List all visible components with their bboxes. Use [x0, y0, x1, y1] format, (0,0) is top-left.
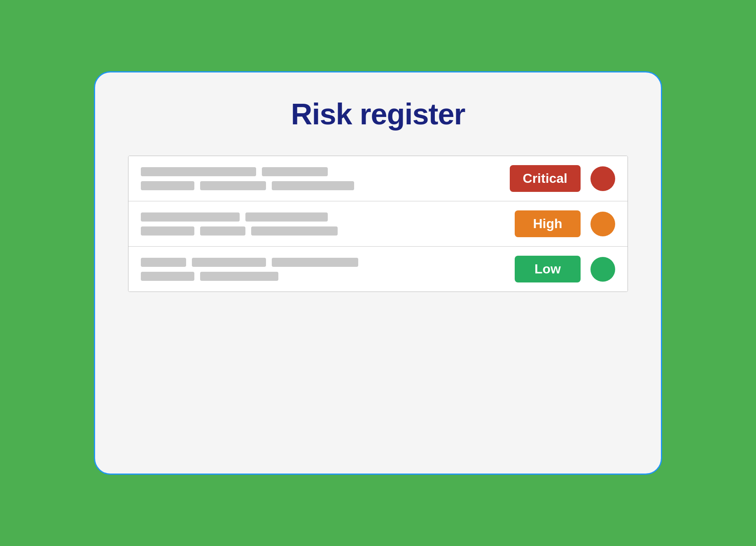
- text-placeholder: [141, 258, 186, 267]
- text-placeholder: [200, 272, 278, 281]
- severity-badge-critical[interactable]: Critical: [510, 165, 581, 192]
- status-dot-low: [590, 257, 615, 282]
- status-dot-high: [590, 212, 615, 236]
- register-row-low: Low: [128, 247, 628, 292]
- row-actions-high: High: [515, 210, 615, 237]
- register-table: Critical High: [128, 156, 628, 292]
- text-placeholder: [272, 181, 354, 190]
- row-content-critical: [141, 167, 502, 190]
- status-dot-critical: [590, 166, 615, 191]
- text-placeholder: [200, 181, 266, 190]
- text-blocks-line2: [141, 226, 506, 236]
- text-blocks-line1: [141, 167, 502, 176]
- text-placeholder: [200, 226, 245, 236]
- text-placeholder: [141, 212, 240, 222]
- severity-badge-low[interactable]: Low: [515, 256, 581, 282]
- text-placeholder: [251, 226, 338, 236]
- risk-register-card: Risk register Critical: [94, 71, 662, 475]
- register-row-high: High: [128, 201, 628, 247]
- row-actions-critical: Critical: [510, 165, 615, 192]
- text-placeholder: [141, 272, 194, 281]
- row-content-high: [141, 212, 506, 236]
- text-placeholder: [245, 212, 328, 222]
- severity-badge-high[interactable]: High: [515, 210, 581, 237]
- row-actions-low: Low: [515, 256, 615, 282]
- register-row-critical: Critical: [128, 156, 628, 201]
- text-placeholder: [192, 258, 266, 267]
- page-title: Risk register: [291, 97, 465, 131]
- text-blocks-line2: [141, 181, 502, 190]
- text-blocks-line1: [141, 258, 506, 267]
- text-placeholder: [141, 167, 256, 176]
- text-placeholder: [141, 226, 194, 236]
- text-blocks-line1: [141, 212, 506, 222]
- row-content-low: [141, 258, 506, 281]
- text-placeholder: [262, 167, 328, 176]
- text-placeholder: [141, 181, 194, 190]
- text-blocks-line2: [141, 272, 506, 281]
- text-placeholder: [272, 258, 358, 267]
